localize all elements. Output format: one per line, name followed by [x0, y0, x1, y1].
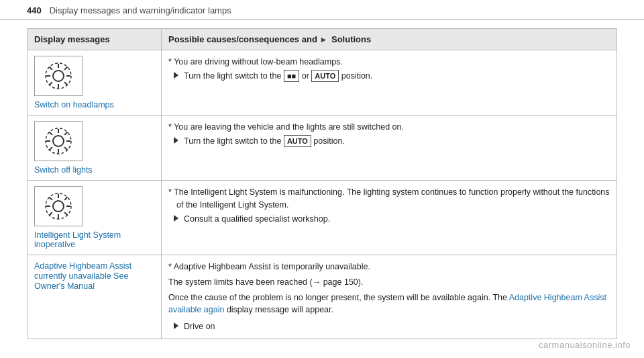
svg-line-18 — [50, 147, 52, 150]
main-table: Display messages Possible causes/consequ… — [27, 28, 617, 339]
svg-line-16 — [64, 147, 67, 150]
row2-icon-label: Switch off lights — [34, 165, 93, 175]
svg-line-6 — [64, 82, 67, 85]
row3-bullet: The Intelligent Light System is malfunct… — [168, 186, 610, 212]
table-row: Adaptive Highbeam Assist currently unava… — [28, 255, 617, 339]
switch-box-icon: ■■ — [284, 70, 299, 82]
svg-line-5 — [50, 67, 52, 70]
row3-causes-cell: The Intelligent Light System is malfunct… — [162, 181, 617, 255]
row4-display-cell: Adaptive Highbeam Assist currently unava… — [28, 255, 162, 339]
row2-arrow-icon — [174, 137, 178, 144]
row1-icon-label: Switch on headlamps — [34, 100, 114, 109]
row2-arrow-item: Turn the light switch to the AUTO positi… — [168, 135, 610, 148]
table-row: Switch on headlamps You are driving with… — [28, 50, 617, 116]
row3-cause-text: The Intelligent Light System is malfunct… — [168, 186, 610, 225]
row4-arrow-text: Drive on — [184, 320, 215, 333]
row4-line3: Once the cause of the problem is no long… — [168, 289, 610, 317]
row4-cause-text: Adaptive Highbeam Assist is temporarily … — [168, 261, 610, 333]
row4-arrow-item: Drive on — [168, 318, 610, 333]
row4-line2: The system limits have been reached (→ p… — [168, 273, 610, 289]
auto-box-2: AUTO — [284, 135, 311, 147]
row1-cause-text: You are driving without low-beam headlam… — [168, 56, 610, 83]
watermark: carmanualsonline.info — [539, 340, 631, 350]
row1-arrow-text: Turn the light switch to the ■■ or AUTO … — [184, 70, 372, 83]
row4-arrow-icon — [174, 322, 178, 329]
col2-header: Possible causes/consequences and ► Solut… — [162, 29, 617, 50]
row3-icon-box — [34, 186, 83, 226]
row1-causes-cell: You are driving without low-beam headlam… — [162, 50, 617, 116]
auto-box-1: AUTO — [311, 70, 339, 82]
row2-icon-cell: Switch off lights — [34, 121, 154, 175]
page-number: 440 — [27, 5, 42, 15]
svg-line-25 — [50, 197, 52, 200]
svg-line-26 — [64, 212, 67, 215]
row4-icon-label: Adaptive Highbeam Assist currently unava… — [34, 261, 131, 291]
svg-line-17 — [64, 132, 67, 135]
col1-header: Display messages — [28, 29, 162, 50]
row1-display-cell: Switch on headlamps — [28, 50, 162, 116]
row3-arrow-text: Consult a qualified specialist workshop. — [184, 213, 330, 226]
row2-bullet: You are leaving the vehicle and the ligh… — [168, 121, 610, 134]
row1-arrow-icon — [174, 72, 178, 79]
row3-arrow-item: Consult a qualified specialist workshop. — [168, 213, 610, 226]
table-row: Switch off lights You are leaving the ve… — [28, 116, 617, 181]
row3-icon-label: Intelligent Light System inoperative — [34, 230, 154, 249]
row4-causes-cell: Adaptive Highbeam Assist is temporarily … — [162, 255, 617, 339]
ils-icon — [42, 190, 74, 222]
header-arrow-icon: ► — [319, 35, 327, 44]
svg-line-27 — [64, 197, 67, 200]
row1-icon-cell: Switch on headlamps — [34, 56, 154, 109]
row2-icon-box — [34, 121, 83, 161]
row3-display-cell: Intelligent Light System inoperative — [28, 181, 162, 255]
page-title: Display messages and warning/indicator l… — [50, 5, 231, 15]
row2-display-cell: Switch off lights — [28, 116, 162, 181]
row2-causes-cell: You are leaving the vehicle and the ligh… — [162, 116, 617, 181]
svg-point-20 — [53, 201, 64, 212]
row1-arrow-item: Turn the light switch to the ■■ or AUTO … — [168, 70, 610, 83]
row2-arrow-text: Turn the light switch to the AUTO positi… — [184, 135, 345, 148]
svg-point-10 — [53, 136, 64, 146]
svg-line-28 — [50, 212, 52, 215]
row1-bullet: You are driving without low-beam headlam… — [168, 56, 610, 69]
row3-arrow-icon — [174, 215, 178, 222]
headlamp-icon — [42, 60, 74, 92]
row4-link: Adaptive Highbeam Assist available again — [168, 293, 606, 315]
svg-point-0 — [53, 71, 64, 81]
table-row: Intelligent Light System inoperative The… — [28, 181, 617, 255]
row2-cause-text: You are leaving the vehicle and the ligh… — [168, 121, 610, 148]
svg-line-7 — [64, 67, 67, 70]
svg-line-15 — [50, 132, 52, 135]
lights-off-icon — [42, 125, 74, 157]
row4-bullet: Adaptive Highbeam Assist is temporarily … — [168, 261, 610, 273]
row3-icon-cell: Intelligent Light System inoperative — [34, 186, 154, 249]
svg-line-8 — [50, 82, 52, 85]
page-header: 440 Display messages and warning/indicat… — [0, 0, 644, 20]
row1-icon-box — [34, 56, 83, 96]
